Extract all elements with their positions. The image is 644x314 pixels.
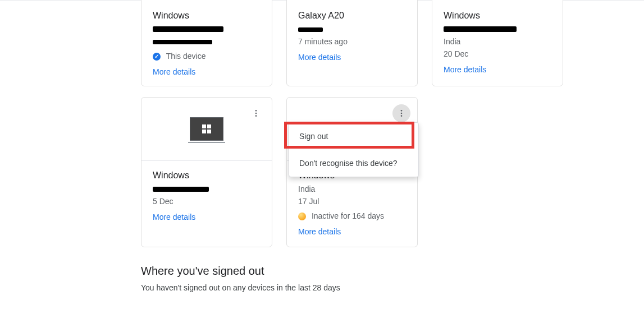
highlight-box [284, 122, 414, 149]
device-title: Galaxy A20 [298, 10, 406, 21]
device-title: Windows [153, 170, 261, 181]
svg-point-5 [401, 115, 403, 117]
device-date: 5 Dec [153, 196, 261, 207]
redacted-text [298, 27, 323, 32]
device-title: Windows [153, 10, 261, 21]
device-location: India [444, 36, 551, 47]
svg-point-1 [255, 113, 257, 114]
device-title: Windows [444, 10, 551, 21]
device-time: 7 minutes ago [298, 36, 406, 47]
section-subtitle: You haven't signed out on any devices in… [141, 282, 340, 293]
more-vert-icon [252, 109, 261, 118]
device-card: Galaxy A20 7 minutes ago More details [286, 0, 418, 86]
device-card: Windows ✓ This device More details [141, 0, 272, 86]
signed-out-section: Where you've signed out You haven't sign… [141, 265, 340, 293]
device-date: 17 Jul [298, 196, 406, 207]
more-details-link[interactable]: More details [298, 227, 341, 236]
more-details-link[interactable]: More details [153, 213, 195, 221]
device-location: India [298, 183, 406, 195]
check-icon: ✓ [153, 53, 161, 61]
card-menu-button[interactable] [392, 104, 410, 122]
svg-point-3 [401, 110, 403, 112]
device-image-area [141, 98, 272, 161]
more-details-link[interactable]: More details [298, 53, 341, 62]
svg-point-2 [255, 115, 257, 117]
device-card: Windows 5 Dec More details [141, 97, 272, 247]
redacted-text [153, 187, 209, 192]
redacted-text [153, 26, 223, 32]
windows-device-icon [190, 117, 223, 141]
this-device-label: This device [166, 52, 206, 61]
more-details-link[interactable]: More details [153, 67, 195, 76]
more-vert-icon [397, 109, 406, 118]
card-menu-button[interactable] [247, 104, 265, 122]
warning-icon [298, 213, 306, 220]
device-card: Windows India 20 Dec More details [432, 0, 563, 86]
device-date: 20 Dec [444, 48, 551, 59]
menu-item-dont-recognise[interactable]: Don't recognise this device? [289, 150, 418, 177]
svg-point-0 [255, 110, 257, 112]
svg-point-4 [401, 113, 403, 114]
redacted-text [444, 26, 517, 32]
inactive-label: Inactive for 164 days [312, 211, 384, 220]
section-title: Where you've signed out [141, 265, 340, 276]
redacted-text [153, 40, 212, 44]
more-details-link[interactable]: More details [444, 65, 486, 74]
